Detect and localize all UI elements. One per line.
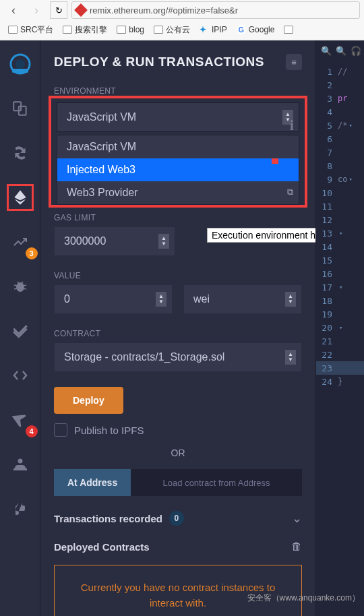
code-line[interactable]: 1//	[316, 65, 364, 78]
code-line[interactable]: 3pr	[316, 92, 364, 105]
url-bar[interactable]: remix.ethereum.org/#optimize=false&r	[71, 1, 360, 19]
number-spinner-icon[interactable]: ▲▼	[158, 234, 169, 249]
code-text: }	[335, 377, 342, 386]
plugin-icon[interactable]	[7, 495, 34, 522]
refresh-button[interactable]: ↻	[50, 1, 67, 19]
line-number: 16	[316, 269, 335, 279]
terminal-icon[interactable]	[7, 362, 34, 389]
svg-point-1	[16, 59, 25, 69]
folder-icon	[284, 26, 293, 34]
code-line[interactable]: 17	[316, 280, 364, 294]
verify-icon[interactable]: 4	[7, 406, 34, 433]
code-line[interactable]: 10	[316, 186, 364, 199]
learneth-icon[interactable]	[7, 451, 34, 478]
code-text: co	[335, 175, 347, 184]
compiler-icon[interactable]	[7, 140, 34, 166]
code-line[interactable]: 7	[316, 146, 364, 159]
line-number: 21	[316, 336, 335, 346]
line-number: 23	[316, 363, 335, 373]
info-icon[interactable]: i	[290, 118, 294, 133]
code-line[interactable]: 23	[316, 361, 364, 375]
value-label: VALUE	[54, 271, 302, 280]
publish-ipfs-checkbox[interactable]	[54, 423, 67, 437]
bookmark-item[interactable]: SRC平台	[4, 22, 57, 38]
code-line[interactable]: 20	[316, 321, 364, 334]
bookmark-item[interactable]: blog	[113, 23, 148, 36]
gas-limit-label: GAS LIMIT	[54, 213, 302, 222]
value-input[interactable]: 0 ▲▼	[54, 284, 173, 314]
code-line[interactable]: 24}	[316, 375, 364, 388]
code-line[interactable]: 6	[316, 132, 364, 146]
remix-logo[interactable]	[7, 51, 34, 78]
transactions-recorded-row[interactable]: Transactions recorded 0 ⌄	[54, 511, 302, 526]
env-option-web3[interactable]: Web3 Provider ⧉	[57, 181, 299, 204]
code-line[interactable]: 2	[316, 78, 364, 92]
number-spinner-icon[interactable]: ▲▼	[156, 292, 166, 307]
environment-highlight: JavaScript VM ▲▼ JavaScript VM Injected …	[49, 96, 307, 208]
line-number: 12	[316, 215, 335, 225]
bookmark-item[interactable]: ✦IPIP	[195, 23, 231, 36]
forward-button[interactable]: ›	[27, 2, 46, 18]
publish-ipfs-row: Publish to IPFS	[54, 423, 302, 437]
code-line[interactable]: 22	[316, 348, 364, 361]
code-line[interactable]: 5/*	[316, 119, 364, 132]
code-line[interactable]: 9co	[316, 173, 364, 186]
url-text: remix.ethereum.org/#optimize=false&r	[90, 5, 238, 16]
transactions-count-badge: 0	[169, 511, 184, 526]
gas-limit-input[interactable]: 3000000 ▲▼	[54, 226, 175, 256]
back-button[interactable]: ‹	[4, 2, 23, 18]
folder-icon	[63, 26, 72, 34]
folder-icon	[8, 26, 18, 34]
headphones-icon[interactable]: 🎧	[351, 46, 361, 56]
env-option-injected[interactable]: Injected Web3	[57, 158, 299, 181]
deploy-button[interactable]: Deploy	[54, 387, 123, 414]
zoom-in-icon[interactable]: 🔍	[321, 46, 332, 56]
badge: 4	[26, 425, 38, 437]
code-line[interactable]: 19	[316, 307, 364, 321]
code-line[interactable]: 8	[316, 159, 364, 173]
code-line[interactable]: 12	[316, 213, 364, 226]
code-line[interactable]: 18	[316, 294, 364, 307]
debugger-icon[interactable]	[7, 273, 34, 300]
env-option-jsvm[interactable]: JavaScript VM	[57, 135, 299, 158]
code-line[interactable]: 21	[316, 334, 364, 348]
settings-icon[interactable]: ≡	[286, 54, 302, 70]
line-number: 18	[316, 296, 335, 306]
code-line[interactable]: 4	[316, 105, 364, 119]
contract-select[interactable]: Storage - contracts/1_Storage.sol ▲▼	[54, 342, 302, 372]
code-line[interactable]: 14	[316, 240, 364, 253]
code-editor: 🔍 🔍 🎧 1//23pr45/*6789co10111213141516171…	[315, 40, 364, 616]
deploy-icon[interactable]	[7, 184, 34, 211]
code-line[interactable]: 16	[316, 267, 364, 280]
badge: 3	[26, 247, 38, 259]
analytics-icon[interactable]: 3	[7, 228, 34, 255]
nav-bar: ‹ › ↻ remix.ethereum.org/#optimize=false…	[0, 0, 364, 20]
value-unit-select[interactable]: wei ▲▼	[183, 284, 302, 314]
panel-title: DEPLOY & RUN TRANSACTIONS	[54, 55, 264, 69]
unit-test-icon[interactable]	[7, 317, 34, 344]
line-number: 13	[316, 228, 335, 239]
bookmark-item[interactable]: 公有云	[150, 22, 194, 38]
bookmark-item[interactable]	[280, 24, 297, 36]
environment-select[interactable]: JavaScript VM ▲▼	[57, 102, 299, 132]
address-input[interactable]: Load contract from Address	[131, 469, 302, 496]
editor-toolbar: 🔍 🔍 🎧	[316, 40, 364, 61]
code-line[interactable]: 15	[316, 253, 364, 267]
file-explorer-icon[interactable]	[7, 95, 34, 122]
trash-icon[interactable]: 🗑	[291, 541, 302, 553]
copy-icon[interactable]: ⧉	[287, 187, 293, 197]
at-address-row: At Address Load contract from Address	[54, 469, 302, 496]
line-number: 24	[316, 377, 335, 387]
code-line[interactable]: 11	[316, 199, 364, 213]
watermark: 安全客（www.anquanke.com）	[247, 592, 360, 604]
code-line[interactable]: 13	[316, 226, 364, 240]
bookmark-item[interactable]: GGoogle	[233, 23, 279, 36]
zoom-out-icon[interactable]: 🔍	[336, 46, 346, 56]
environment-label: ENVIRONMENT	[54, 86, 302, 96]
no-instances-message: Currently you have no contract instances…	[54, 565, 302, 616]
bookmark-item[interactable]: 搜索引擎	[59, 22, 111, 38]
line-number: 15	[316, 255, 335, 266]
line-number: 4	[316, 107, 335, 117]
code-gutter[interactable]: 1//23pr45/*6789co10111213141516171819202…	[316, 61, 364, 616]
at-address-button[interactable]: At Address	[54, 469, 131, 496]
